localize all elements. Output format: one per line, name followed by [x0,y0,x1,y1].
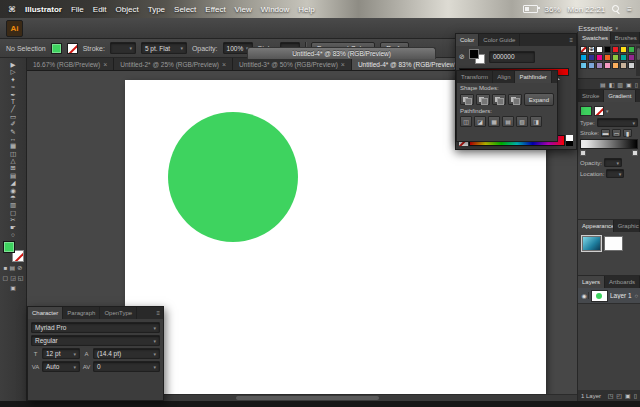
style-thumbnail-selected[interactable] [582,236,601,251]
gradient-none-swatch[interactable] [594,106,604,116]
swatch[interactable] [612,62,619,69]
shape-mode-minus-front-button[interactable] [476,94,490,105]
tab-color-guide[interactable]: Color Guide [479,34,520,46]
paintbrush-tool[interactable]: ✐ [0,120,26,127]
swatch-none[interactable] [580,46,587,53]
swatch[interactable] [588,54,595,61]
tab-brushes[interactable]: Brushes [611,32,640,44]
selection-tool[interactable]: ▶ [0,61,26,68]
battery-icon[interactable] [523,5,538,13]
menu-item-select[interactable]: Select [174,5,196,14]
menu-item-file[interactable]: File [71,5,84,14]
swatch[interactable] [628,54,635,61]
pathfinder-merge-button[interactable]: ▦ [488,116,500,127]
delete-swatch-icon[interactable]: ▯ [635,81,638,88]
fill-color-button[interactable]: ■ [4,265,8,272]
tab-pathfinder[interactable]: Pathfinder [515,71,551,83]
menu-item-help[interactable]: Help [298,5,314,14]
gradient-across-stroke-icon[interactable]: ▮ [623,129,632,137]
new-sublayer-icon[interactable]: ◰ [616,392,622,399]
close-tab-icon[interactable]: × [222,61,226,68]
pencil-tool[interactable]: ✎ [0,128,26,135]
scrollbar-thumb[interactable] [236,396,379,400]
swatch-registration[interactable] [588,46,595,53]
layer-thumbnail[interactable] [591,290,608,302]
tab-gradient[interactable]: Gradient [604,90,636,102]
tracking-field[interactable]: 0 ▾ [93,361,160,372]
menu-item-edit[interactable]: Edit [93,5,107,14]
lasso-tool[interactable]: ≈ [0,83,26,90]
swatch[interactable] [604,46,611,53]
pathfinder-crop-button[interactable]: ▤ [502,116,514,127]
shape-builder-tool[interactable]: ◫ [0,150,26,157]
pen-tool[interactable]: ✒ [0,91,26,98]
none-button[interactable]: ⊘ [17,265,22,272]
gradient-along-stroke-icon[interactable]: ▭ [612,129,621,137]
perspective-grid-tool[interactable]: △ [0,157,26,164]
swatch[interactable] [628,46,635,53]
rectangle-tool[interactable]: ▭ [0,113,26,120]
swatch[interactable] [596,54,603,61]
swatch-libraries-icon[interactable]: ▤ [600,81,606,88]
swatch[interactable] [604,54,611,61]
expand-button[interactable]: Expand [524,93,554,106]
stroke-color-swatch[interactable] [67,43,78,54]
none-color-icon[interactable]: ⊘ [459,53,465,61]
shape-mode-intersect-button[interactable] [492,94,506,105]
swatch[interactable] [588,62,595,69]
line-segment-tool[interactable]: ╱ [0,105,26,112]
swatch[interactable] [596,62,603,69]
tab-layers[interactable]: Layers [578,276,605,288]
swatch[interactable] [620,46,627,53]
free-transform-tool[interactable]: ▦ [0,142,26,149]
document-tab-2[interactable]: Untitled-2* @ 25% (RGB/Preview) × [114,58,233,70]
tab-color[interactable]: Color [456,34,479,46]
kerning-field[interactable]: Auto ▾ [42,361,80,372]
font-family-dropdown[interactable]: Myriad Pro ▾ [31,322,160,333]
tab-appearance[interactable]: Appearance [578,220,614,232]
leading-field[interactable]: (14.4 pt) ▾ [93,348,160,359]
delete-layer-icon[interactable]: ▯ [634,392,637,399]
swatch-kinds-icon[interactable]: ◧ [609,81,615,88]
brush-definition-dropdown[interactable]: 5 pt. Flat ▾ [141,42,187,54]
tab-opentype[interactable]: OpenType [100,307,137,319]
zoom-tool[interactable]: ○ [0,231,26,238]
menu-item-object[interactable]: Object [116,5,139,14]
layer-visibility-eye-icon[interactable]: ◉ [580,292,589,299]
document-tab-3[interactable]: Untitled-3* @ 50% (RGB/Preview) × [233,58,352,70]
swatch[interactable] [580,54,587,61]
gradient-type-dropdown[interactable]: ▾ [597,118,638,127]
direct-selection-tool[interactable]: ▷ [0,68,26,75]
fill-proxy-black[interactable] [469,49,479,59]
gradient-location-field[interactable]: ▾ [606,169,624,178]
column-graph-tool[interactable]: ▥ [0,201,26,208]
new-layer-icon[interactable]: ▣ [625,392,631,399]
tab-transform[interactable]: Transform [457,71,493,83]
tab-paragraph[interactable]: Paragraph [63,307,100,319]
swatches-scrollbar[interactable] [636,46,640,76]
shape-mode-exclude-button[interactable] [508,94,522,105]
swatch[interactable] [580,62,587,69]
font-style-dropdown[interactable]: Regular ▾ [31,335,160,346]
new-swatch-icon[interactable]: ▣ [626,81,632,88]
swatch[interactable] [612,46,619,53]
tab-align[interactable]: Align [493,71,515,83]
menu-clock[interactable]: Mon 22:21 [568,5,606,14]
draw-normal-mode-icon[interactable]: ▢ [2,275,8,282]
notification-center-icon[interactable]: ≡ [627,5,632,14]
swatch[interactable] [620,54,627,61]
gradient-stop[interactable] [632,150,638,156]
spotlight-icon[interactable] [612,5,620,13]
fill-color-swatch[interactable] [51,43,62,54]
screen-mode-icon[interactable]: ▣ [10,285,16,292]
style-thumbnail[interactable] [604,236,623,251]
menu-item-view[interactable]: View [235,5,252,14]
font-size-field[interactable]: 12 pt ▾ [42,348,80,359]
blend-tool[interactable]: ◉ [0,187,26,194]
draw-inside-mode-icon[interactable]: ◱ [18,275,24,282]
gradient-opacity-field[interactable]: ▾ [604,158,622,167]
menu-item-illustrator[interactable]: Illustrator [25,5,62,14]
menu-item-type[interactable]: Type [148,5,165,14]
slice-tool[interactable]: ✂ [0,216,26,223]
swatch-options-icon[interactable]: ▥ [617,81,623,88]
